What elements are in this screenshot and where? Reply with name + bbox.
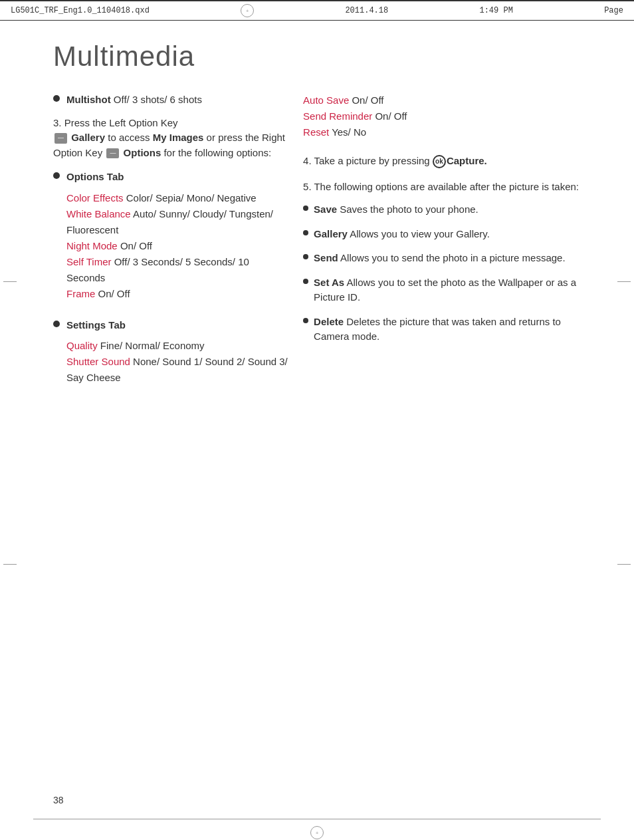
color-effects-label: Color Effects [66,192,124,204]
list-item-gallery: Gallery Allows you to view your Gallery. [303,227,581,242]
white-balance-label: White Balance [66,208,131,219]
settings-tab-content: Settings Tab Quality Fine/ Normal/ Econo… [66,318,290,394]
list-item-delete: Delete Deletes the picture that was take… [303,315,581,345]
delete-label: Delete [314,316,344,327]
send-text: Allows you to send the photo in a pictur… [338,252,566,263]
sub-bullet-list: Save Saves the photo to your phone. Gall… [303,202,581,345]
save-content: Save Saves the photo to your phone. [314,202,478,217]
options-label: Options [124,147,161,158]
ok-circle-icon: ok [433,155,446,168]
item4-num: 4. [303,155,312,166]
list-item-send: Send Allows you to send the photo in a p… [303,251,581,266]
set-as-content: Set As Allows you to set the photo as th… [314,275,581,305]
dot-send [303,254,308,259]
options-tab-header: Options Tab [66,170,290,185]
dot-gallery [303,230,308,235]
list-item-save: Save Saves the photo to your phone. [303,202,581,217]
item4: 4. Take a picture by pressing okCapture. [303,154,581,169]
reset-text: Yes/ No [329,126,366,138]
item3-num: 3. [53,117,62,128]
content-area: Multimedia Multishot Off/ 3 shots/ 6 sho… [33,21,601,819]
right-mark-2 [617,564,631,565]
item3-text2: to access [105,132,153,143]
item3-text1: Press the Left Option Key [62,117,178,128]
left-mark-2 [3,564,17,565]
list-item-set-as: Set As Allows you to set the photo as th… [303,275,581,305]
bottom-center-mark: + [310,826,324,839]
dot-set-as [303,279,308,284]
page-title: Multimedia [53,41,581,72]
gallery-content: Gallery Allows you to view your Gallery. [314,227,490,242]
item5-num: 5. [303,181,312,192]
right-column: Auto Save On/ Off Send Reminder On/ Off … [303,92,581,402]
page-header: LG501C_TRF_Eng1.0_1104018.qxd + 2011.4.1… [0,0,634,21]
multishot-text: Off/ 3 shots/ 6 shots [111,94,202,105]
delete-content: Delete Deletes the picture that was take… [314,315,581,345]
left-column: Multishot Off/ 3 shots/ 6 shots 3. Press… [53,92,290,402]
header-date: 2011.4.18 [345,6,388,15]
bottom-reg-mark: + [0,819,634,840]
my-images-label: My Images [153,132,204,143]
color-effects-text: Color/ Sepia/ Mono/ Negative [124,192,257,204]
right-side-marks [614,0,634,840]
options-tab-item: Options Tab Color Effects Color/ Sepia/ … [53,170,290,310]
header-reg-mark: + [241,4,254,17]
dot-delete [303,318,308,323]
save-text: Saves the photo to your phone. [337,204,478,215]
frame-text: On/ Off [95,288,130,299]
bullet-dot-options [53,172,60,179]
header-filename: LG501C_TRF_Eng1.0_1104018.qxd [11,6,150,15]
left-side-marks [0,0,20,840]
options-tab-content: Options Tab Color Effects Color/ Sepia/ … [66,170,290,310]
multishot-label: Multishot [66,94,111,105]
auto-save-text: On/ Off [349,94,383,106]
gallery-label: Gallery [71,132,105,143]
item3-text4: for the following options: [161,147,271,158]
delete-text: Deletes the picture that was taken and r… [314,316,561,343]
gallery-list-text: Allows you to view your Gallery. [348,228,490,239]
settings-tab-list: Quality Fine/ Normal/ Economy Shutter So… [66,338,290,386]
settings-tab-header: Settings Tab [66,318,290,333]
self-timer-label: Self Timer [66,256,112,267]
shutter-sound-label: Shutter Sound [66,356,130,367]
header-time: 1:49 PM [479,6,512,15]
right-mark-1 [617,281,631,282]
gallery-btn-icon: — [54,133,67,144]
item4-text1: Take a picture by pressing [312,155,433,166]
dot-save [303,206,308,211]
bullet-dot-multishot [53,95,60,102]
save-options-group: Auto Save On/ Off Send Reminder On/ Off … [303,92,581,140]
two-column-layout: Multishot Off/ 3 shots/ 6 shots 3. Press… [53,92,581,402]
page-number: 38 [53,795,64,805]
reset-label: Reset [303,126,329,138]
multishot-content: Multishot Off/ 3 shots/ 6 shots [66,92,202,108]
item3: 3. Press the Left Option Key — Gallery t… [53,116,290,161]
options-btn-icon: — [106,148,119,159]
send-reminder-label: Send Reminder [303,110,372,122]
settings-tab-item: Settings Tab Quality Fine/ Normal/ Econo… [53,318,290,394]
night-mode-text: On/ Off [118,240,152,251]
set-as-text: Allows you to set the photo as the Wallp… [314,277,576,303]
set-as-label: Set As [314,277,344,288]
item5: 5. The following options are available a… [303,180,581,195]
frame-label: Frame [66,288,95,299]
send-content: Send Allows you to send the photo in a p… [314,251,566,266]
quality-label: Quality [66,340,98,351]
bullet-dot-settings [53,321,60,327]
options-tab-list: Color Effects Color/ Sepia/ Mono/ Negati… [66,190,290,302]
capture-label: Capture. [447,155,487,166]
left-mark-1 [3,281,17,282]
send-reminder-text: On/ Off [372,110,407,122]
night-mode-label: Night Mode [66,240,118,251]
send-label: Send [314,252,338,263]
auto-save-label: Auto Save [303,94,349,106]
gallery-list-label: Gallery [314,228,348,239]
quality-text: Fine/ Normal/ Economy [98,340,205,351]
item5-text: The following options are available afte… [312,181,579,192]
page-wrapper: LG501C_TRF_Eng1.0_1104018.qxd + 2011.4.1… [0,0,634,840]
multishot-item: Multishot Off/ 3 shots/ 6 shots [53,92,290,108]
save-label: Save [314,204,337,215]
